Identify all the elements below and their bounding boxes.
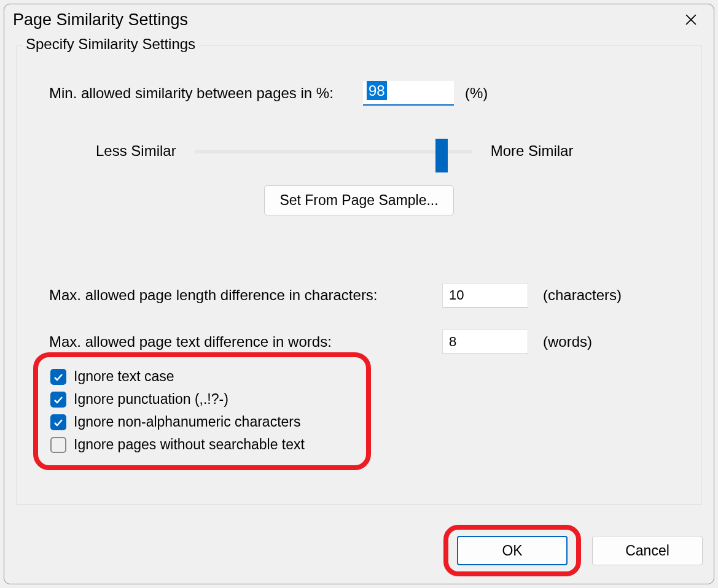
ok-button[interactable]: OK <box>457 536 568 565</box>
ignore-nosearch-checkbox[interactable] <box>50 437 66 453</box>
ok-highlight: OK <box>443 525 581 576</box>
group-legend: Specify Similarity Settings <box>22 36 199 52</box>
min-similarity-row: Min. allowed similarity between pages in… <box>49 81 701 106</box>
max-length-label: Max. allowed page length difference in c… <box>49 287 442 304</box>
ignore-punct-row: Ignore punctuation (,.!?-) <box>50 391 354 408</box>
dialog-title: Page Similarity Settings <box>13 10 188 29</box>
close-icon[interactable] <box>681 9 701 30</box>
sample-button-row: Set From Page Sample... <box>17 185 701 215</box>
max-length-row: Max. allowed page length difference in c… <box>49 283 701 308</box>
min-similarity-label: Min. allowed similarity between pages in… <box>49 85 334 102</box>
max-words-input[interactable] <box>442 330 528 354</box>
max-words-label: Max. allowed page text difference in wor… <box>49 333 442 350</box>
ignore-punct-label: Ignore punctuation (,.!?-) <box>74 391 228 408</box>
ignore-nosearch-label: Ignore pages without searchable text <box>74 436 305 453</box>
min-similarity-unit: (%) <box>465 85 488 102</box>
slider-right-label: More Similar <box>491 142 574 160</box>
slider-left-label: Less Similar <box>96 142 176 160</box>
slider-track <box>195 150 472 153</box>
max-words-row: Max. allowed page text difference in wor… <box>49 330 701 354</box>
max-length-unit: (characters) <box>543 287 622 304</box>
ignore-case-label: Ignore text case <box>74 368 174 385</box>
ignore-nosearch-row: Ignore pages without searchable text <box>50 436 354 453</box>
ignore-punct-checkbox[interactable] <box>50 392 66 408</box>
page-similarity-dialog: Page Similarity Settings Specify Similar… <box>4 4 714 584</box>
set-from-sample-button[interactable]: Set From Page Sample... <box>264 185 453 215</box>
max-words-unit: (words) <box>543 333 592 350</box>
similarity-slider[interactable] <box>195 139 472 163</box>
slider-thumb[interactable] <box>435 139 448 172</box>
similarity-slider-row: Less Similar More Similar <box>96 139 701 163</box>
titlebar: Page Similarity Settings <box>4 4 714 39</box>
dialog-button-bar: OK Cancel <box>443 525 703 576</box>
ignore-case-checkbox[interactable] <box>50 369 66 385</box>
min-similarity-input[interactable]: 98 <box>363 81 454 106</box>
cancel-button[interactable]: Cancel <box>592 536 703 565</box>
checkbox-highlight-block: Ignore text case Ignore punctuation (,.!… <box>33 352 371 470</box>
ignore-case-row: Ignore text case <box>50 368 354 385</box>
similarity-settings-group: Specify Similarity Settings Min. allowed… <box>17 45 701 505</box>
ignore-nonalnum-row: Ignore non-alphanumeric characters <box>50 414 354 430</box>
ignore-nonalnum-label: Ignore non-alphanumeric characters <box>74 414 300 430</box>
ignore-nonalnum-checkbox[interactable] <box>50 414 66 430</box>
min-similarity-value: 98 <box>367 81 387 100</box>
max-length-input[interactable] <box>442 283 528 308</box>
